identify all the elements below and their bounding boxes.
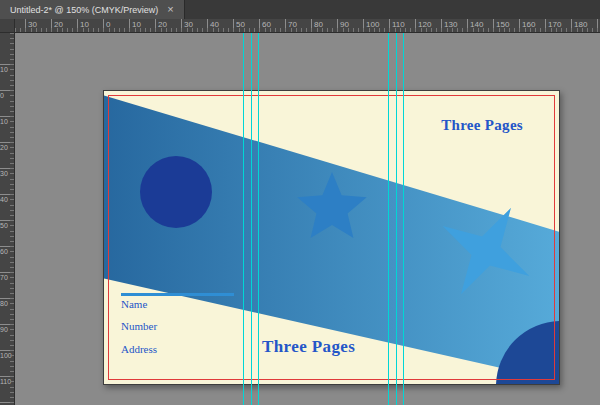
ruler-v-label: 20 <box>0 142 14 151</box>
document-tab[interactable]: Untitled-2* @ 150% (CMYK/Preview) × <box>0 0 185 19</box>
ruler-h-label: 0 <box>103 19 110 33</box>
ruler-h-label: 30 <box>25 19 37 33</box>
ruler-v-label: 50 <box>0 220 14 229</box>
ruler-h-label: 10 <box>129 19 141 33</box>
guide-line[interactable] <box>396 33 397 405</box>
guide-line[interactable] <box>258 33 259 405</box>
contact-label-name[interactable]: Name <box>121 298 147 310</box>
document-tab-title: Untitled-2* @ 150% (CMYK/Preview) <box>10 5 158 15</box>
ruler-h-label: 130 <box>441 19 457 33</box>
ruler-v-label: 10 <box>0 116 14 125</box>
heading-top-right[interactable]: Three Pages <box>441 117 523 134</box>
navy-circle-shape[interactable] <box>140 156 212 228</box>
ruler-h-label: 10 <box>77 19 89 33</box>
ruler-v-label: 110 <box>0 376 14 385</box>
ruler-h-label: 120 <box>415 19 431 33</box>
tab-close-icon[interactable]: × <box>167 4 173 15</box>
contact-label-number[interactable]: Number <box>121 320 157 332</box>
ruler-v-label: 100 <box>0 350 14 359</box>
illustrator-window: Untitled-2* @ 150% (CMYK/Preview) × 3020… <box>0 0 600 405</box>
ruler-v-label: 0 <box>0 90 14 99</box>
ruler-h-label: 60 <box>259 19 271 33</box>
ruler-h-label: 20 <box>51 19 63 33</box>
ruler-h-label: 30 <box>181 19 193 33</box>
ruler-h-label: 170 <box>545 19 561 33</box>
artboard[interactable]: Three Pages Three Pages Name Number Addr… <box>103 90 560 385</box>
ruler-h-label: 160 <box>519 19 535 33</box>
guide-line[interactable] <box>403 33 404 405</box>
contact-label-address[interactable]: Address <box>121 343 157 355</box>
guide-line[interactable] <box>243 33 244 405</box>
ruler-h-label: 40 <box>207 19 219 33</box>
heading-bottom[interactable]: Three Pages <box>262 337 355 357</box>
ruler-v-label: 40 <box>0 194 14 203</box>
ruler-h-label: 70 <box>285 19 297 33</box>
ruler-h-label: 80 <box>311 19 323 33</box>
ruler-v-label: 30 <box>0 168 14 177</box>
canvas[interactable]: Three Pages Three Pages Name Number Addr… <box>15 33 600 405</box>
ruler-h-label: 110 <box>389 19 405 33</box>
ruler-v-label: 70 <box>0 272 14 281</box>
ruler-v-label: 10 <box>0 64 14 73</box>
guide-line[interactable] <box>251 33 252 405</box>
ruler-vertical[interactable]: 100102030405060708090100110120 <box>0 33 15 405</box>
document-tab-bar: Untitled-2* @ 150% (CMYK/Preview) × <box>0 0 600 20</box>
ruler-h-label: 20 <box>155 19 167 33</box>
ruler-origin-corner[interactable] <box>0 19 15 33</box>
guide-line[interactable] <box>388 33 389 405</box>
ruler-h-label: 90 <box>337 19 349 33</box>
ruler-h-label: 180 <box>571 19 587 33</box>
ruler-h-label: 100 <box>363 19 379 33</box>
ruler-v-label: 90 <box>0 324 14 333</box>
ruler-horizontal[interactable]: 3020100102030405060708090100110120130140… <box>15 19 600 33</box>
ruler-h-label: 50 <box>233 19 245 33</box>
ruler-h-label: 150 <box>493 19 509 33</box>
five-point-star-shape[interactable] <box>294 169 370 245</box>
ruler-h-label: 140 <box>467 19 483 33</box>
ruler-v-label: 80 <box>0 298 14 307</box>
ruler-v-label: 60 <box>0 246 14 255</box>
contact-underline-shape[interactable] <box>121 293 234 296</box>
